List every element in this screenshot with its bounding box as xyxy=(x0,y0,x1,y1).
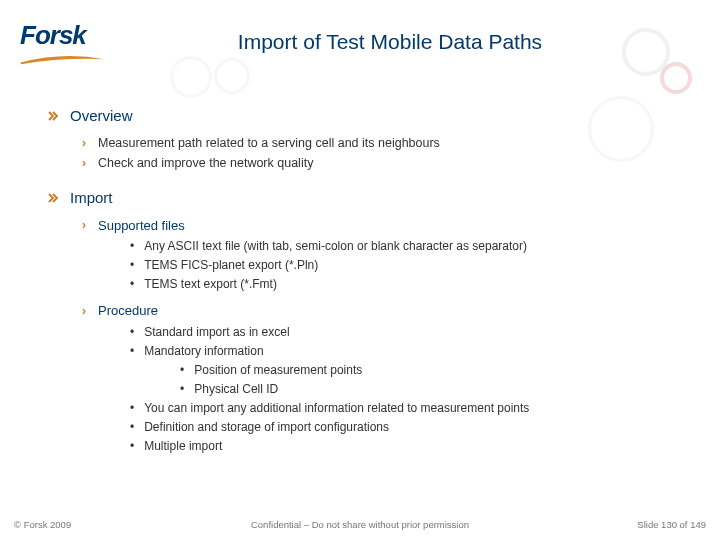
item-text: Mandatory information xyxy=(144,342,263,360)
bullet-icon: • xyxy=(130,342,134,360)
list-item: • You can import any additional informat… xyxy=(130,399,690,417)
list-item: • Any ASCII text file (with tab, semi-co… xyxy=(130,237,690,255)
item-text: Definition and storage of import configu… xyxy=(144,418,389,436)
item-text: You can import any additional informatio… xyxy=(144,399,529,417)
footer: © Forsk 2009 Confidential – Do not share… xyxy=(0,514,720,530)
chevron-icon: › xyxy=(82,302,86,320)
section-title: Import xyxy=(70,187,113,210)
section-overview: Overview › Measurement path related to a… xyxy=(48,105,690,173)
subsection-heading: › Supported files xyxy=(82,216,690,236)
item-text: TEMS text export (*.Fmt) xyxy=(144,275,277,293)
bullet-icon: • xyxy=(130,437,134,455)
bullet-icon: • xyxy=(130,418,134,436)
list-item: › Check and improve the network quality xyxy=(82,154,690,173)
bullet-icon: • xyxy=(130,323,134,341)
section-title: Overview xyxy=(70,105,133,128)
double-chevron-icon xyxy=(48,110,60,122)
chevron-icon: › xyxy=(82,154,86,172)
chevron-icon: › xyxy=(82,134,86,152)
section-heading: Import xyxy=(48,187,690,210)
bullet-icon: • xyxy=(130,399,134,417)
bullet-icon: • xyxy=(180,380,184,398)
item-text: Standard import as in excel xyxy=(144,323,289,341)
footer-slide-number: Slide 130 of 149 xyxy=(637,519,706,530)
double-chevron-icon xyxy=(48,192,60,204)
page-title: Import of Test Mobile Data Paths xyxy=(0,30,720,54)
subsection-title: Procedure xyxy=(98,301,158,321)
section-import: Import › Supported files • Any ASCII tex… xyxy=(48,187,690,455)
item-text: TEMS FICS-planet export (*.Pln) xyxy=(144,256,318,274)
subsection-heading: › Procedure xyxy=(82,301,690,321)
list-item: • Standard import as in excel xyxy=(130,323,690,341)
list-item: • TEMS FICS-planet export (*.Pln) xyxy=(130,256,690,274)
list-item: • TEMS text export (*.Fmt) xyxy=(130,275,690,293)
item-text: Position of measurement points xyxy=(194,361,362,379)
subsection-title: Supported files xyxy=(98,216,185,236)
list-item: • Physical Cell ID xyxy=(180,380,690,398)
logo-swoosh-icon xyxy=(20,55,105,65)
list-item: • Multiple import xyxy=(130,437,690,455)
item-text: Multiple import xyxy=(144,437,222,455)
section-heading: Overview xyxy=(48,105,690,128)
list-item: • Definition and storage of import confi… xyxy=(130,418,690,436)
item-text: Physical Cell ID xyxy=(194,380,278,398)
item-text: Measurement path related to a serving ce… xyxy=(98,134,440,153)
list-item: • Position of measurement points xyxy=(180,361,690,379)
bullet-icon: • xyxy=(130,237,134,255)
chevron-icon: › xyxy=(82,216,86,234)
item-text: Any ASCII text file (with tab, semi-colo… xyxy=(144,237,527,255)
bullet-icon: • xyxy=(130,256,134,274)
bullet-icon: • xyxy=(180,361,184,379)
list-item: › Measurement path related to a serving … xyxy=(82,134,690,153)
list-item: • Mandatory information xyxy=(130,342,690,360)
footer-confidential: Confidential – Do not share without prio… xyxy=(0,519,720,530)
content-body: Overview › Measurement path related to a… xyxy=(48,105,690,469)
item-text: Check and improve the network quality xyxy=(98,154,313,173)
bullet-icon: • xyxy=(130,275,134,293)
